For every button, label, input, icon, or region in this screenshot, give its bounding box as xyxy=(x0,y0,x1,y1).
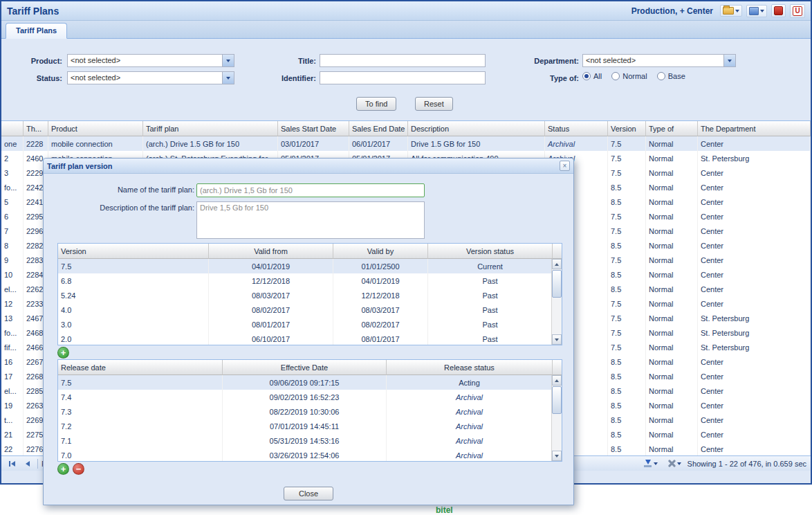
cell: Normal xyxy=(646,267,698,282)
cell: 04/01/2019 xyxy=(209,259,333,273)
type-of-radio-normal[interactable]: Normal xyxy=(611,72,647,80)
scroll-up-button[interactable] xyxy=(552,375,562,386)
reset-button[interactable]: Reset xyxy=(415,97,453,111)
cell: (arch.) Drive 1.5 GB for 150 xyxy=(143,136,278,151)
title-input[interactable] xyxy=(320,54,486,67)
department-select[interactable]: <not selected> xyxy=(582,54,736,67)
cell: 7.5 xyxy=(608,325,646,340)
dropdown-trigger[interactable] xyxy=(222,55,234,66)
column-header[interactable] xyxy=(1,121,24,136)
scrollbar-thumb[interactable] xyxy=(552,270,562,298)
cell: Normal xyxy=(646,398,698,413)
product-select[interactable]: <not selected> xyxy=(67,54,234,67)
cell: Past xyxy=(428,288,553,302)
add-version-button[interactable]: + xyxy=(57,347,69,359)
table-row[interactable]: 7.308/22/2019 10:30:06Archival xyxy=(58,404,562,419)
table-row[interactable]: 7.409/02/2019 16:52:23Archival xyxy=(58,390,562,404)
type-of-radio-group: AllNormalBase xyxy=(582,72,685,80)
cell: 21 xyxy=(1,427,24,442)
scrollbar-thumb[interactable] xyxy=(552,386,562,414)
cell: 09/02/2019 16:52:23 xyxy=(223,390,387,404)
column-header[interactable]: Sales Start Date xyxy=(278,121,349,136)
cell: St. Petersburg xyxy=(698,325,811,340)
dialog-close-button[interactable]: Close xyxy=(284,487,333,500)
cell: 13 xyxy=(1,311,24,325)
first-page-button[interactable] xyxy=(6,458,18,469)
column-header[interactable]: Version status xyxy=(428,244,553,259)
table-row[interactable]: 4.008/02/201708/03/2017Past xyxy=(58,302,562,317)
title-label: Title: xyxy=(247,55,316,66)
column-header[interactable]: Valid by xyxy=(333,244,428,259)
export-button[interactable] xyxy=(640,457,661,470)
table-row[interactable]: 3.008/01/201708/02/2017Past xyxy=(58,317,562,332)
table-row[interactable]: 5.2408/03/201712/12/2018Past xyxy=(58,288,562,302)
cell: Drive 1.5 GB for 150 xyxy=(408,136,545,151)
table-row[interactable]: 6.812/12/201804/01/2019Past xyxy=(58,273,562,288)
showing-count-label: Showing 1 - 22 of 476, in 0.659 sec xyxy=(688,460,806,468)
table-row[interactable]: 7.509/06/2019 09:17:15Acting xyxy=(58,375,562,390)
table-row[interactable]: one2228mobile connection(arch.) Drive 1.… xyxy=(1,136,811,151)
table-row[interactable]: 7.504/01/201901/01/2500Current xyxy=(58,259,562,273)
column-header[interactable]: Version xyxy=(58,244,209,259)
status-select[interactable]: <not selected> xyxy=(67,71,234,84)
cell: 05/31/2019 14:53:16 xyxy=(223,433,387,448)
table-row[interactable]: 7.207/01/2019 14:45:11Archival xyxy=(58,419,562,433)
column-header[interactable]: Product xyxy=(48,121,143,136)
column-header[interactable]: Release date xyxy=(58,360,223,375)
first-page-icon xyxy=(9,461,10,467)
cell: Archival xyxy=(387,419,553,433)
add-release-button[interactable]: + xyxy=(57,463,69,475)
tools-button[interactable] xyxy=(664,457,684,470)
cell: Center xyxy=(698,427,811,442)
scroll-down-button[interactable] xyxy=(552,451,562,461)
page-title: Tariff Plans xyxy=(7,6,59,17)
cell: 07/01/2019 14:45:11 xyxy=(223,419,387,433)
column-header[interactable]: Type of xyxy=(646,121,698,136)
folder-icon xyxy=(723,7,734,15)
cell: Center xyxy=(698,238,811,253)
dialog-titlebar[interactable]: Tariff plan version × xyxy=(44,159,573,174)
folder-menu-button[interactable] xyxy=(720,5,742,17)
column-header[interactable]: Valid from xyxy=(209,244,333,259)
releases-table: Release dateEffective DateRelease status… xyxy=(57,359,562,462)
arrow-left-icon xyxy=(11,461,15,467)
type-of-radio-all[interactable]: All xyxy=(582,72,602,80)
column-header[interactable]: Status xyxy=(545,121,608,136)
modules-menu-button[interactable] xyxy=(746,5,767,17)
identifier-input[interactable] xyxy=(320,71,486,84)
column-header[interactable]: Version xyxy=(608,121,646,136)
column-header[interactable]: Effective Date xyxy=(223,360,387,375)
logout-button[interactable]: U xyxy=(790,4,805,18)
favorites-button[interactable] xyxy=(771,4,786,17)
prev-page-button[interactable] xyxy=(21,458,34,469)
cell: 2.0 xyxy=(58,332,209,345)
radio-icon xyxy=(611,72,620,80)
column-header[interactable]: Description xyxy=(408,121,545,136)
dropdown-trigger[interactable] xyxy=(222,72,234,84)
vertical-scrollbar[interactable] xyxy=(551,375,562,461)
column-header[interactable]: Tariff plan xyxy=(143,121,278,136)
close-icon[interactable]: × xyxy=(560,161,570,171)
table-row[interactable]: 7.105/31/2019 14:53:16Archival xyxy=(58,433,562,448)
type-of-radio-base[interactable]: Base xyxy=(657,72,685,80)
cell: 22 xyxy=(1,442,24,455)
scroll-up-button[interactable] xyxy=(552,259,562,269)
column-header[interactable]: Release status xyxy=(387,360,553,375)
column-header[interactable]: Th... xyxy=(24,121,48,136)
scroll-down-button[interactable] xyxy=(552,334,562,345)
table-row[interactable]: 7.003/26/2019 12:54:06Archival xyxy=(58,448,562,462)
tab-tariff-plans[interactable]: Tariff Plans xyxy=(6,23,67,39)
column-header[interactable]: The Department xyxy=(698,121,811,136)
cell: 7.5 xyxy=(608,311,646,325)
remove-release-button[interactable]: − xyxy=(73,463,84,475)
find-button[interactable]: To find xyxy=(356,97,396,111)
cell: 9 xyxy=(1,253,24,267)
tariff-name-input[interactable] xyxy=(196,183,425,197)
cell: 7.5 xyxy=(58,375,223,390)
dropdown-trigger[interactable] xyxy=(723,55,735,66)
cell: St. Petersburg xyxy=(698,311,811,325)
table-row[interactable]: 2.006/10/201708/01/2017Past xyxy=(58,332,562,345)
tariff-description-textarea[interactable]: Drive 1,5 Gb for 150 xyxy=(196,201,425,239)
vertical-scrollbar[interactable] xyxy=(551,259,562,345)
column-header[interactable]: Sales End Date xyxy=(349,121,408,136)
